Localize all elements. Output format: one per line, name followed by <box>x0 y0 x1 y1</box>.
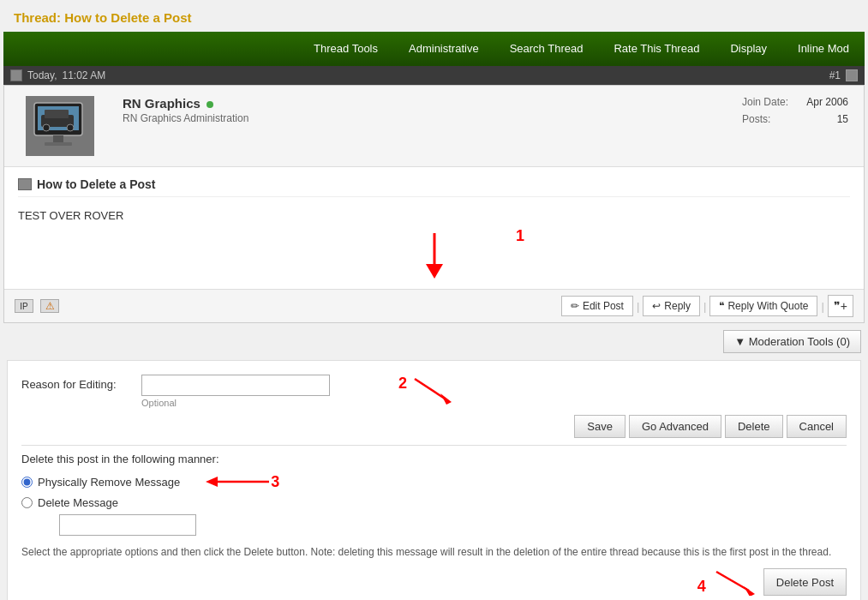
multi-quote-button[interactable]: ❞+ <box>828 295 853 317</box>
physically-remove-label: Physically Remove Message <box>38 476 180 489</box>
delete-note: Select the appropriate options and then … <box>21 544 847 560</box>
delete-reason-row <box>39 514 847 536</box>
nav-inline-mod[interactable]: Inline Mod <box>782 32 865 66</box>
top-nav: Thread Tools Administrative Search Threa… <box>3 32 865 66</box>
multiquote-icon: ❞+ <box>834 299 847 313</box>
physically-remove-row: Physically Remove Message 3 <box>21 472 847 491</box>
footer-left: IP ⚠ <box>15 299 59 313</box>
quote-icon: ❝ <box>719 300 724 312</box>
user-title: RN Graphics Administration <box>123 112 720 124</box>
edit-panel: Reason for Editing: Optional 2 Save Go A… <box>7 360 861 600</box>
post-header: RN Graphics RN Graphics Administration J… <box>4 86 864 167</box>
online-indicator <box>207 101 213 108</box>
arrow-down-right-icon-2 <box>410 375 453 405</box>
arrow-down-icon-1 <box>417 231 452 279</box>
edit-post-button[interactable]: ✏ Edit Post <box>561 296 633 316</box>
join-date-label: Join Date: <box>739 94 797 110</box>
delete-message-row: Delete Message <box>21 496 847 509</box>
delete-reason-input[interactable] <box>59 514 196 536</box>
reply-with-quote-button[interactable]: ❝ Reply With Quote <box>709 296 817 316</box>
post-number: #1 <box>829 69 841 81</box>
svg-marker-12 <box>440 393 452 405</box>
post-subject-icon <box>18 178 32 190</box>
svg-rect-7 <box>53 135 63 142</box>
delete-section-title: Delete this post in the following manner… <box>21 453 847 465</box>
delete-post-button[interactable]: Delete Post <box>763 568 847 596</box>
arrow-left-icon-3 <box>202 472 271 491</box>
svg-marker-14 <box>206 477 218 487</box>
nav-administrative[interactable]: Administrative <box>393 32 494 66</box>
warning-icon[interactable]: ⚠ <box>40 299 59 313</box>
annotation-1-number: 1 <box>516 227 524 245</box>
post-time-text: 11:02 AM <box>62 69 105 81</box>
post-meta: Join Date: Apr 2006 Posts: 15 <box>727 86 864 166</box>
post-number-area: #1 <box>829 69 858 81</box>
delete-message-label: Delete Message <box>38 496 118 509</box>
reason-label: Reason for Editing: <box>21 375 141 391</box>
join-date-value: Apr 2006 <box>799 94 852 110</box>
svg-point-5 <box>43 124 50 131</box>
post-date: Today, 11:02 AM <box>10 69 105 81</box>
reason-row: Reason for Editing: Optional 2 <box>21 375 847 408</box>
avatar-section <box>4 86 116 166</box>
nav-thread-tools[interactable]: Thread Tools <box>298 32 393 66</box>
nav-display[interactable]: Display <box>715 32 782 66</box>
svg-point-6 <box>67 124 74 131</box>
annotation-3-area: 3 <box>202 472 279 491</box>
reply-button[interactable]: ↩ Reply <box>643 296 700 316</box>
edit-post-label: Edit Post <box>583 300 624 312</box>
annotation-4-area: 4 <box>697 568 757 596</box>
delete-button[interactable]: Delete <box>725 415 783 438</box>
post-subject: How to Delete a Post <box>18 177 850 197</box>
page-title-bar: Thread: How to Delete a Post <box>3 3 865 32</box>
annotation-4-number: 4 <box>697 578 706 596</box>
divider <box>21 445 847 446</box>
save-button[interactable]: Save <box>574 415 626 438</box>
thread-label: Thread: <box>14 10 61 25</box>
go-advanced-button[interactable]: Go Advanced <box>629 415 721 438</box>
annotation-3-number: 3 <box>271 473 279 491</box>
delete-post-row: 4 Delete Post <box>21 568 847 596</box>
edit-button-row: Save Go Advanced Delete Cancel <box>21 415 847 438</box>
edit-icon: ✏ <box>571 300 579 312</box>
optional-label: Optional <box>141 398 330 408</box>
post-subject-text: How to Delete a Post <box>37 177 155 191</box>
thread-title: How to Delete a Post <box>64 10 191 25</box>
sep-3: | <box>821 300 823 313</box>
svg-line-11 <box>415 379 445 399</box>
moderation-tools-button[interactable]: ▼ Moderation Tools (0) <box>723 330 861 353</box>
moderation-bar: ▼ Moderation Tools (0) <box>3 323 865 360</box>
posts-value: 15 <box>799 111 852 127</box>
nav-rate-thread[interactable]: Rate This Thread <box>598 32 715 66</box>
sep-2: | <box>703 300 706 313</box>
meta-table: Join Date: Apr 2006 Posts: 15 <box>737 93 853 129</box>
join-date-row: Join Date: Apr 2006 <box>739 94 852 110</box>
ip-icon[interactable]: IP <box>15 299 33 313</box>
user-info: RN Graphics RN Graphics Administration <box>116 86 727 166</box>
delete-message-radio[interactable] <box>21 497 33 508</box>
annotation-1-area: 1 <box>18 227 850 279</box>
post-date-text: Today, <box>27 69 57 81</box>
svg-rect-4 <box>45 110 69 118</box>
username-text: RN Graphics <box>123 96 201 111</box>
nav-search-thread[interactable]: Search Thread <box>494 32 599 66</box>
post-checkbox[interactable] <box>846 69 858 81</box>
posts-label: Posts: <box>739 111 797 127</box>
svg-marker-10 <box>426 264 443 279</box>
reason-control: Optional <box>141 375 330 408</box>
avatar <box>26 96 94 156</box>
svg-rect-8 <box>45 142 72 146</box>
physically-remove-radio[interactable] <box>21 477 33 488</box>
svg-marker-16 <box>744 586 755 596</box>
sep-1: | <box>637 300 639 313</box>
cancel-button[interactable]: Cancel <box>787 415 847 438</box>
delete-section: Delete this post in the following manner… <box>21 453 847 596</box>
reason-input[interactable] <box>141 375 330 396</box>
svg-line-15 <box>716 572 749 591</box>
reply-label: Reply <box>664 300 691 312</box>
reply-quote-label: Reply With Quote <box>727 300 808 312</box>
post-body: How to Delete a Post TEST OVER ROVER 1 <box>4 167 864 289</box>
arrow-down-right-icon-4 <box>709 568 757 596</box>
annotation-2-area: 2 <box>398 375 453 405</box>
reply-icon: ↩ <box>652 300 661 312</box>
